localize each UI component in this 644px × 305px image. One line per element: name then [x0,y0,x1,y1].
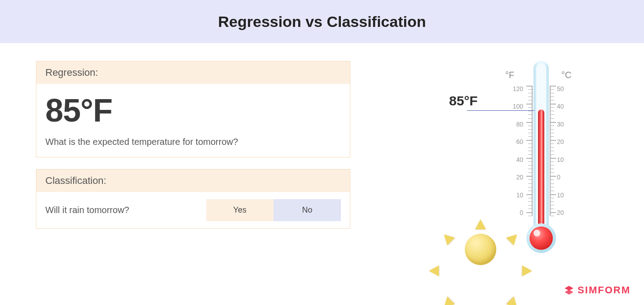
scale-f-tick: 60 [501,139,523,145]
regression-question: What is the expected temperature for tom… [45,137,341,147]
thermo-bulb-inner [529,227,553,250]
left-column: Regression: 85°F What is the expected te… [36,61,350,305]
thermo-mercury [538,109,544,235]
thermo-bulb-shine [534,230,540,236]
regression-label: Regression: [36,61,350,84]
regression-value: 85°F [45,92,341,129]
scale-c-tick: 40 [557,103,579,109]
scale-f-tick: 80 [501,121,523,127]
classification-body: Will it rain tomorrow? Yes No [36,192,350,228]
scale-f-tick: 0 [501,209,523,216]
scale-c-tick: 20 [557,209,579,216]
scale-f-tick: 20 [501,174,523,180]
scale-c-tick: 10 [557,192,579,198]
scale-c-tick: 0 [557,174,579,180]
sun-icon [449,218,512,281]
thermo-marker-line [467,110,534,111]
header: Regression vs Classification [0,0,644,43]
thermo-marker-label: 85°F [449,93,478,109]
scale-f-tick: 10 [501,192,523,198]
classification-panel: Classification: Will it rain tomorrow? Y… [36,169,350,229]
classification-label: Classification: [36,170,350,192]
content: Regression: 85°F What is the expected te… [0,43,644,305]
scale-celsius: 50 40 30 20 10 0 10 20 [557,86,579,216]
right-column: °F °C 120 100 80 60 40 20 10 0 50 40 30 … [377,61,608,305]
classification-question: Will it rain tomorrow? [45,205,206,215]
logo-text: SIMFORM [578,284,631,296]
option-yes: Yes [206,199,273,221]
unit-fahrenheit: °F [505,70,514,80]
scale-c-tick: 30 [557,121,579,127]
scale-fahrenheit: 120 100 80 60 40 20 10 0 [501,86,523,216]
scale-c-tick: 10 [557,157,579,163]
page-title: Regression vs Classification [218,13,426,30]
scale-c-tick: 20 [557,139,579,145]
unit-celsius: °C [561,70,571,80]
scale-c-tick: 50 [557,86,579,92]
regression-body: 85°F What is the expected temperature fo… [36,84,350,157]
ticks-c [550,86,555,216]
scale-f-tick: 120 [501,86,523,92]
logo: SIMFORM [563,284,631,296]
scale-f-tick: 100 [501,103,523,109]
logo-icon [563,284,575,296]
ticks-f [527,86,533,216]
regression-panel: Regression: 85°F What is the expected te… [36,61,350,157]
option-no: No [273,199,341,221]
scale-f-tick: 40 [501,157,523,163]
